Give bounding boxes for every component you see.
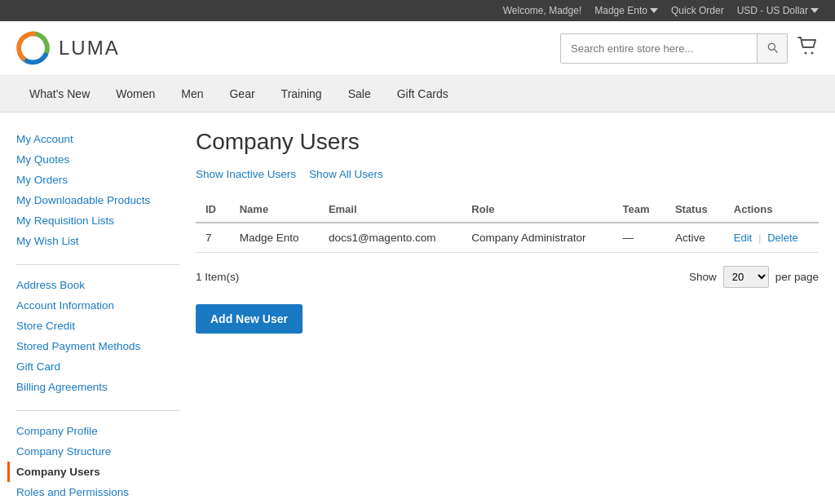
search-button[interactable] — [757, 34, 787, 63]
show-all-users-link[interactable]: Show All Users — [309, 168, 383, 180]
col-id: ID — [196, 197, 230, 223]
sidebar-item-billing-agreements[interactable]: Billing Agreements — [16, 377, 179, 397]
luma-logo-icon — [16, 31, 51, 65]
sidebar-item-account-information[interactable]: Account Information — [16, 295, 179, 316]
per-page-control: Show 20 10 50 100 per page — [689, 266, 819, 288]
sidebar-item-company-profile[interactable]: Company Profile — [16, 421, 179, 441]
sidebar-divider-1 — [16, 264, 179, 265]
nav-gift-cards[interactable]: Gift Cards — [384, 76, 462, 112]
cell-id: 7 — [196, 223, 230, 253]
sidebar-item-gift-card[interactable]: Gift Card — [16, 356, 179, 377]
cell-actions: Edit | Delete — [724, 223, 819, 253]
search-input[interactable] — [561, 36, 757, 61]
sidebar-section-account: My Account My Quotes My Orders My Downlo… — [16, 129, 179, 251]
search-icon — [766, 41, 779, 54]
chevron-down-icon-2 — [811, 7, 819, 15]
col-email: Email — [319, 197, 462, 223]
cell-team: — — [613, 223, 665, 253]
nav-training[interactable]: Training — [268, 76, 335, 112]
nav-women[interactable]: Women — [103, 76, 168, 112]
search-bar — [560, 33, 788, 64]
main-content: Company Users Show Inactive Users Show A… — [196, 129, 819, 504]
logo-text: LUMA — [59, 37, 120, 60]
col-status: Status — [665, 197, 724, 223]
nav-whats-new[interactable]: What's New — [16, 76, 103, 112]
cell-name: Madge Ento — [230, 223, 319, 253]
col-actions: Actions — [724, 197, 819, 223]
show-label: Show — [689, 271, 717, 283]
col-name: Name — [230, 197, 319, 223]
sidebar-item-my-quotes[interactable]: My Quotes — [16, 149, 179, 170]
main-nav: What's New Women Men Gear Training Sale … — [0, 76, 835, 113]
top-bar: Welcome, Madge! Madge Ento Quick Order U… — [0, 0, 835, 21]
sidebar-item-store-credit[interactable]: Store Credit — [16, 316, 179, 336]
edit-user-link[interactable]: Edit — [734, 232, 752, 244]
nav-gear[interactable]: Gear — [216, 76, 267, 112]
action-separator: | — [758, 232, 762, 244]
sidebar-item-my-account[interactable]: My Account — [16, 129, 179, 149]
sidebar-item-company-users[interactable]: Company Users — [7, 462, 179, 482]
sidebar-item-my-orders[interactable]: My Orders — [16, 170, 179, 190]
add-new-user-button[interactable]: Add New User — [196, 304, 303, 334]
sidebar-section-payment: Address Book Account Information Store C… — [16, 275, 179, 397]
page-title: Company Users — [196, 129, 819, 155]
chevron-down-icon — [650, 7, 658, 15]
account-dropdown[interactable]: Madge Ento — [594, 5, 658, 16]
sidebar-divider-2 — [16, 410, 179, 411]
per-page-label: per page — [775, 271, 819, 283]
table-footer: 1 Item(s) Show 20 10 50 100 per page — [196, 266, 819, 288]
items-count: 1 Item(s) — [196, 271, 239, 283]
sidebar-section-company: Company Profile Company Structure Compan… — [16, 421, 179, 502]
table-body: 7 Madge Ento docs1@magento.com Company A… — [196, 223, 819, 253]
page-container: My Account My Quotes My Orders My Downlo… — [0, 113, 835, 504]
nav-men[interactable]: Men — [168, 76, 216, 112]
sidebar-item-roles-permissions[interactable]: Roles and Permissions — [16, 482, 179, 502]
sidebar-item-requisition-lists[interactable]: My Requisition Lists — [16, 210, 179, 231]
table-header: ID Name Email Role Team Status Actions — [196, 197, 819, 223]
quick-order-link[interactable]: Quick Order — [671, 5, 724, 16]
cart-icon[interactable] — [797, 37, 819, 60]
cell-role: Company Administrator — [462, 223, 612, 253]
col-role: Role — [462, 197, 612, 223]
sidebar-item-address-book[interactable]: Address Book — [16, 275, 179, 295]
sidebar-item-stored-payment-methods[interactable]: Stored Payment Methods — [16, 336, 179, 356]
sidebar-item-company-structure[interactable]: Company Structure — [16, 441, 179, 462]
per-page-select[interactable]: 20 10 50 100 — [723, 266, 769, 288]
cell-status: Active — [665, 223, 724, 253]
svg-point-2 — [811, 52, 814, 55]
filter-links: Show Inactive Users Show All Users — [196, 168, 819, 180]
welcome-message: Welcome, Madge! — [503, 5, 582, 16]
delete-user-link[interactable]: Delete — [767, 232, 798, 244]
sidebar-item-downloadable-products[interactable]: My Downloadable Products — [16, 190, 179, 210]
users-table: ID Name Email Role Team Status Actions 7… — [196, 197, 819, 253]
svg-point-1 — [805, 52, 807, 55]
table-row: 7 Madge Ento docs1@magento.com Company A… — [196, 223, 819, 253]
nav-sale[interactable]: Sale — [335, 76, 384, 112]
currency-dropdown[interactable]: USD - US Dollar — [737, 5, 819, 16]
sidebar-item-wish-list[interactable]: My Wish List — [16, 231, 179, 251]
col-team: Team — [613, 197, 665, 223]
show-inactive-users-link[interactable]: Show Inactive Users — [196, 168, 296, 180]
logo[interactable]: LUMA — [16, 31, 120, 65]
site-header: LUMA — [0, 21, 835, 76]
sidebar: My Account My Quotes My Orders My Downlo… — [16, 129, 179, 504]
cell-email: docs1@magento.com — [319, 223, 462, 253]
header-icons — [560, 33, 819, 64]
